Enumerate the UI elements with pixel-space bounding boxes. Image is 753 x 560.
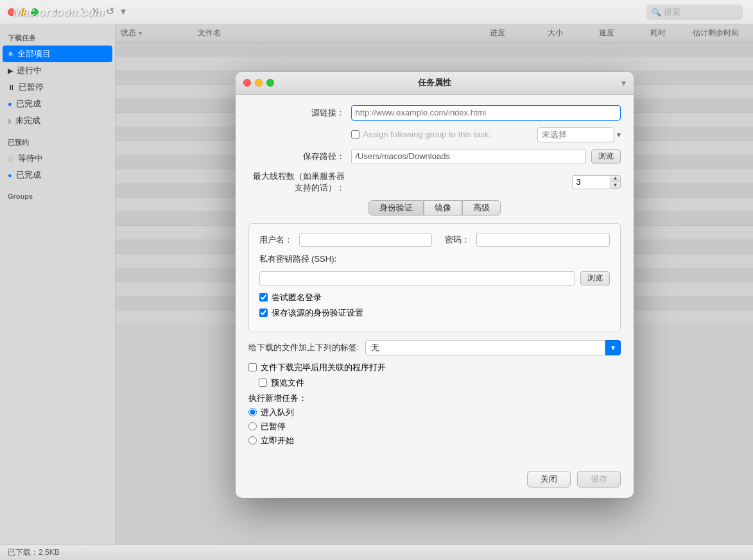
source-input[interactable] xyxy=(351,105,621,121)
download-tasks-label: 下载任务 xyxy=(0,30,115,46)
save-auth-row: 保存该源的身份验证设置 xyxy=(259,307,610,319)
sidebar-item-completed2-label: 已完成 xyxy=(16,169,41,181)
ssh-label: 私有密钥路径 (SSH): xyxy=(259,253,337,265)
preview-row: 预览文件 xyxy=(259,377,621,389)
radio-pause-row: 已暂停 xyxy=(248,421,621,432)
sidebar-item-all-label: 全部项目 xyxy=(17,48,51,60)
tag-select: ▾ xyxy=(365,340,620,355)
open-after-label: 文件下载完毕后用关联的程序打开 xyxy=(261,362,386,373)
ssh-path-input[interactable] xyxy=(259,271,575,285)
save-path-group: 浏览 xyxy=(351,149,621,164)
save-path-label: 保存路径： xyxy=(248,151,351,162)
sidebar-item-completed2[interactable]: ● 已完成 xyxy=(0,167,115,183)
sidebar-item-incomplete[interactable]: ◗ 未完成 xyxy=(0,112,115,129)
sidebar-item-in-progress-label: 进行中 xyxy=(17,65,42,76)
save-button[interactable]: 保存 xyxy=(577,471,621,488)
anon-login-row: 尝试匿名登录 xyxy=(259,292,610,303)
search-placeholder: 搜索 xyxy=(664,6,680,18)
max-threads-row: 最大线程数（如果服务器支持的话）： ▲ ▼ xyxy=(248,171,621,194)
search-icon: 🔍 xyxy=(652,8,661,17)
assign-group-row: Assign following group to this task: ▾ xyxy=(248,127,621,142)
group-dropdown-icon[interactable]: ▾ xyxy=(617,130,621,139)
radio-queue-label: 进入队列 xyxy=(261,407,294,418)
modal-overlay: 任务属性 ▾ 源链接： Assign following group to th… xyxy=(116,24,753,545)
browse-path-button[interactable]: 浏览 xyxy=(591,149,621,164)
stepper-down-button[interactable]: ▼ xyxy=(611,182,620,189)
in-progress-icon: ▶ xyxy=(8,67,13,75)
ssh-row: 私有密钥路径 (SSH): xyxy=(259,253,610,265)
sidebar-item-waiting[interactable]: ◎ 等待中 xyxy=(0,150,115,167)
source-url-row: 源链接： xyxy=(248,105,621,121)
watermark: Mac.orsoon.com xyxy=(13,5,105,19)
tab-advanced[interactable]: 高级 xyxy=(462,200,501,216)
max-threads-stepper: ▲ ▼ xyxy=(572,175,621,189)
tag-dropdown-button[interactable]: ▾ xyxy=(605,340,621,355)
sidebar-item-in-progress[interactable]: ▶ 进行中 xyxy=(0,62,115,79)
dialog-minimize-button[interactable] xyxy=(255,79,263,87)
radio-start[interactable] xyxy=(248,436,257,445)
source-label: 源链接： xyxy=(248,107,351,119)
dialog-footer: 关闭 保存 xyxy=(236,464,634,498)
new-task-section: 执行新增任务： 进入队列 已暂停 立即开始 xyxy=(248,393,621,446)
sidebar: 下载任务 ✳ 全部项目 ▶ 进行中 ⏸ 已暂停 ● 已完成 ◗ 未完成 已预约 … xyxy=(0,24,116,545)
status-bar: 已下载：2.5KB xyxy=(0,545,753,560)
radio-pause-label: 已暂停 xyxy=(261,421,286,432)
save-auth-label: 保存该源的身份验证设置 xyxy=(272,307,363,319)
sidebar-item-paused-label: 已暂停 xyxy=(19,81,44,93)
open-after-checkbox[interactable] xyxy=(248,363,257,371)
bottom-form: 给下载的文件加上下列的标签: ▾ 文件下载完毕后用关联的程序打开 xyxy=(248,340,621,454)
sidebar-item-paused[interactable]: ⏸ 已暂停 xyxy=(0,79,115,96)
tabs-row: 身份验证 镜像 高级 xyxy=(248,200,621,216)
titlebar: ＋ ↓ ↑ ✕ ↺ ▾ Mac.orsoon.com 🔍 搜索 xyxy=(0,0,753,24)
assign-group-checkbox[interactable] xyxy=(351,130,359,139)
radio-start-row: 立即开始 xyxy=(248,435,621,446)
assign-group-label: Assign following group to this task: xyxy=(363,130,537,139)
paused-icon: ⏸ xyxy=(8,83,15,91)
dialog-close-button[interactable] xyxy=(243,79,251,87)
tab-mirror[interactable]: 镜像 xyxy=(424,200,462,216)
groups-label: Groups xyxy=(0,189,115,203)
radio-queue[interactable] xyxy=(248,408,257,416)
sidebar-item-all[interactable]: ✳ 全部项目 xyxy=(3,46,112,62)
dialog-titlebar: 任务属性 ▾ xyxy=(236,72,634,95)
incomplete-icon: ◗ xyxy=(8,117,12,125)
radio-queue-row: 进入队列 xyxy=(248,407,621,418)
tag-label: 给下载的文件加上下列的标签: xyxy=(248,342,359,353)
tag-value-input[interactable] xyxy=(365,340,605,355)
refresh-icon[interactable]: ↺ xyxy=(106,5,114,19)
close-button[interactable]: 关闭 xyxy=(527,471,571,488)
username-input[interactable] xyxy=(299,233,433,247)
preview-label: 预览文件 xyxy=(271,377,304,389)
radio-start-label: 立即开始 xyxy=(261,435,294,446)
all-icon: ✳ xyxy=(8,50,13,58)
sidebar-item-incomplete-label: 未完成 xyxy=(15,115,40,126)
waiting-icon: ◎ xyxy=(8,155,14,163)
save-path-input[interactable] xyxy=(351,149,586,164)
radio-pause[interactable] xyxy=(248,422,257,430)
save-auth-checkbox[interactable] xyxy=(259,309,268,317)
dialog-body: 源链接： Assign following group to this task… xyxy=(236,95,634,464)
sidebar-item-completed[interactable]: ● 已完成 xyxy=(0,96,115,112)
tab-auth[interactable]: 身份验证 xyxy=(368,200,424,216)
dialog-max-button[interactable] xyxy=(266,79,274,87)
preview-checkbox[interactable] xyxy=(259,378,267,387)
completed-icon: ● xyxy=(8,100,12,108)
stepper-arrows: ▲ ▼ xyxy=(610,175,621,189)
threads-value-input[interactable] xyxy=(572,175,610,189)
ssh-browse-button[interactable]: 浏览 xyxy=(580,271,610,285)
completed2-icon: ● xyxy=(8,171,12,179)
dialog-title: 任务属性 xyxy=(418,77,451,89)
stepper-up-button[interactable]: ▲ xyxy=(611,176,620,183)
sidebar-item-completed-label: 已完成 xyxy=(16,98,41,110)
dialog-dropdown-icon[interactable]: ▾ xyxy=(621,78,626,88)
anon-login-checkbox[interactable] xyxy=(259,293,268,301)
password-input[interactable] xyxy=(476,233,610,247)
status-text: 已下载：2.5KB xyxy=(8,547,60,558)
dropdown-icon[interactable]: ▾ xyxy=(121,5,126,19)
anon-login-label: 尝试匿名登录 xyxy=(272,292,322,303)
group-select[interactable] xyxy=(537,127,614,142)
password-label: 密码： xyxy=(445,234,470,246)
auth-tab-panel: 用户名： 密码： 私有密钥路径 (SSH): 浏览 xyxy=(248,223,621,332)
search-bar[interactable]: 🔍 搜索 xyxy=(646,4,743,20)
scheduled-label: 已预约 xyxy=(0,134,115,150)
